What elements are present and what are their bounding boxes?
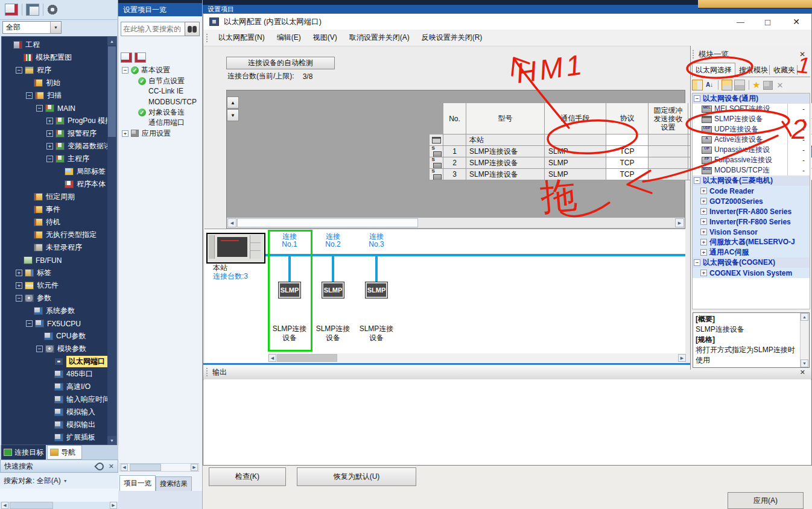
scrollbar-thumb[interactable] bbox=[10, 502, 53, 509]
slmp-device-box[interactable]: SLMP bbox=[322, 282, 344, 298]
scrollbar-thumb[interactable] bbox=[108, 46, 116, 137]
tree-item-初始[interactable]: 初始 bbox=[2, 77, 108, 89]
collapse-box-icon[interactable]: − bbox=[122, 67, 128, 74]
tree-item-工程[interactable]: 工程 bbox=[2, 39, 108, 51]
scroll-down-icon[interactable]: ▼ bbox=[107, 436, 116, 444]
scrollbar-thumb[interactable] bbox=[277, 354, 337, 362]
row-move-up-button[interactable]: ▲ bbox=[227, 96, 239, 109]
tree-item-程序本体[interactable]: 程序本体 bbox=[2, 178, 108, 191]
row-move-down-button[interactable]: ▼ bbox=[227, 109, 239, 121]
tree-item-系统参数[interactable]: 系统参数 bbox=[2, 305, 108, 317]
module-item-Unpassive连接设[interactable]: UPUnpassive连接设- bbox=[693, 145, 810, 155]
collapse-all-icon[interactable] bbox=[135, 52, 146, 63]
tree-item-变频器数据读取[interactable]: +变频器数据读取 bbox=[2, 140, 108, 153]
menu-apply-close[interactable]: 反映设置并关闭(R) bbox=[416, 30, 489, 46]
collapse-box-icon[interactable]: − bbox=[694, 259, 700, 266]
list-view-icon[interactable] bbox=[692, 80, 703, 90]
module-item-Inverter(FR-F800 Series[interactable]: +Inverter(FR-F800 Series bbox=[693, 217, 810, 227]
scrollbar-thumb[interactable] bbox=[237, 218, 418, 227]
module-item-GOT2000Series[interactable]: +GOT2000Series bbox=[693, 196, 810, 206]
cell-protocol[interactable]: TCP bbox=[606, 157, 649, 169]
menu-view[interactable]: 视图(V) bbox=[307, 30, 343, 46]
diagram-scrollbar[interactable]: ◀ ▶ bbox=[268, 353, 687, 362]
module-panel-close-icon[interactable]: ✕ bbox=[799, 50, 805, 58]
tree-item-CPU参数[interactable]: CPU参数 bbox=[2, 330, 108, 343]
scroll-down-icon[interactable]: ▼ bbox=[801, 359, 808, 367]
expand-box-icon[interactable]: + bbox=[700, 198, 707, 204]
scroll-left-icon[interactable]: ◀ bbox=[268, 354, 276, 362]
settings-search-input[interactable] bbox=[121, 22, 186, 36]
tree-scrollbar[interactable]: ▲ ▼ bbox=[107, 37, 116, 444]
collapse-box-icon[interactable]: − bbox=[16, 295, 22, 302]
expand-box-icon[interactable]: + bbox=[46, 118, 53, 124]
tab-project-list[interactable]: 项目一览 bbox=[119, 475, 156, 491]
scroll-right-icon[interactable]: ▶ bbox=[678, 354, 686, 362]
settings-item-MODBUS/TCP[interactable]: MODBUS/TCP bbox=[121, 96, 201, 107]
quick-search-scrollbar[interactable]: ◀ ▶ bbox=[0, 502, 118, 509]
cell-protocol[interactable]: TCP bbox=[606, 146, 649, 157]
expand-box-icon[interactable]: + bbox=[700, 239, 707, 245]
search-scope-row[interactable]: 搜索对象: 全部(A) ▼ bbox=[0, 473, 118, 489]
settings-search-button[interactable] bbox=[185, 22, 200, 36]
module-item-MODBUS/TCP连[interactable]: MODMODBUS/TCP连- bbox=[693, 165, 810, 175]
module-item-UDP连接设备[interactable]: UDPUDP连接设备- bbox=[693, 124, 810, 134]
scroll-up-icon[interactable]: ▲ bbox=[107, 37, 116, 45]
scrollbar-thumb[interactable] bbox=[130, 464, 161, 471]
module-item-SLMP连接设备[interactable]: SLMP连接设备- bbox=[693, 114, 810, 124]
tree-orange-icon[interactable] bbox=[722, 80, 732, 90]
menu-cancel-close[interactable]: 取消设置并关闭(A) bbox=[343, 30, 416, 46]
tree-item-FX5UCPU[interactable]: −FX5UCPU bbox=[2, 317, 108, 330]
scroll-right-icon[interactable]: ▶ bbox=[110, 502, 117, 509]
expand-box-icon[interactable]: + bbox=[16, 270, 22, 276]
table-scrollbar[interactable]: ◀ ▶ bbox=[227, 218, 685, 228]
cell-protocol[interactable]: TCP bbox=[606, 169, 649, 180]
expand-box-icon[interactable]: + bbox=[700, 188, 707, 194]
settings-item-自节点设置[interactable]: ✓自节点设置 bbox=[121, 75, 201, 86]
settings-item-CC-Link IE[interactable]: CC-Link IE bbox=[121, 86, 201, 96]
tree-item-事件[interactable]: 事件 bbox=[2, 203, 108, 216]
tree-item-恒定周期[interactable]: 恒定周期 bbox=[2, 191, 108, 203]
tree-view-icon[interactable] bbox=[5, 4, 18, 16]
tree-filter-dropdown[interactable]: 全部 ▼ bbox=[2, 21, 62, 34]
expand-box-icon[interactable]: + bbox=[700, 229, 707, 235]
auto-detect-button[interactable]: 连接设备的自动检测 bbox=[226, 57, 335, 69]
expand-box-icon[interactable]: + bbox=[700, 208, 707, 215]
tree-item-高速I/O[interactable]: 高速I/O bbox=[2, 381, 108, 393]
scroll-left-icon[interactable]: ◀ bbox=[227, 218, 236, 227]
tree-item-扩展插板[interactable]: 扩展插板 bbox=[2, 431, 108, 444]
scroll-left-icon[interactable]: ◀ bbox=[1, 502, 8, 509]
module-item-Fullpassive连接设[interactable]: FPFullpassive连接设- bbox=[693, 155, 810, 165]
tree-item-主程序[interactable]: −主程序 bbox=[2, 153, 108, 165]
tab-connect-target[interactable]: 连接目标 bbox=[1, 445, 46, 460]
maximize-button[interactable]: □ bbox=[754, 14, 781, 30]
settings-item-应用设置[interactable]: +应用设置 bbox=[121, 128, 201, 138]
collapse-view-icon[interactable] bbox=[26, 4, 39, 16]
scroll-up-icon[interactable]: ▲ bbox=[801, 313, 808, 321]
expand-box-icon[interactable]: + bbox=[46, 130, 53, 137]
tree-item-参数[interactable]: −参数 bbox=[2, 292, 108, 305]
module-item-以太网设备(COGNEX)[interactable]: −以太网设备(COGNEX) bbox=[693, 258, 810, 268]
tab-search-result[interactable]: 搜索结果 bbox=[156, 476, 192, 492]
tree-item-以太网端口[interactable]: 以太网端口 bbox=[2, 355, 108, 368]
settings-item-基本设置[interactable]: −✓基本设置 bbox=[121, 65, 201, 75]
tree-item-待机[interactable]: 待机 bbox=[2, 216, 108, 229]
tree-item-ProgPou 模拟[interactable]: +ProgPou 模拟 bbox=[2, 115, 108, 127]
scroll-right-icon[interactable]: ▶ bbox=[675, 218, 684, 227]
collapse-box-icon[interactable]: − bbox=[26, 320, 33, 327]
tab-navigation[interactable]: 导航 bbox=[47, 445, 82, 460]
cell-protocol[interactable] bbox=[606, 134, 649, 146]
tree-item-MAIN[interactable]: −MAIN bbox=[2, 102, 108, 115]
close-button[interactable]: ✕ bbox=[781, 14, 811, 30]
quick-search-close-icon[interactable]: ✕ bbox=[109, 463, 114, 470]
tree-item-FB/FUN[interactable]: FB/FUN bbox=[2, 254, 108, 267]
expand-box-icon[interactable]: + bbox=[700, 249, 707, 256]
dropdown-arrow-icon[interactable]: ▼ bbox=[50, 22, 61, 33]
module-item-伺服放大器(MELSERVO-J[interactable]: +伺服放大器(MELSERVO-J bbox=[693, 237, 810, 247]
scroll-right-icon[interactable]: ▶ bbox=[191, 464, 198, 471]
slmp-device-box[interactable]: SLMP bbox=[366, 282, 387, 298]
menu-edit[interactable]: 编辑(E) bbox=[271, 30, 307, 46]
settings-gear-icon[interactable] bbox=[47, 4, 58, 15]
favorite-star-icon[interactable]: ★ bbox=[752, 80, 760, 90]
module-item-Active连接设备[interactable]: AActive连接设备- bbox=[693, 134, 810, 145]
collapse-box-icon[interactable]: − bbox=[694, 177, 700, 184]
